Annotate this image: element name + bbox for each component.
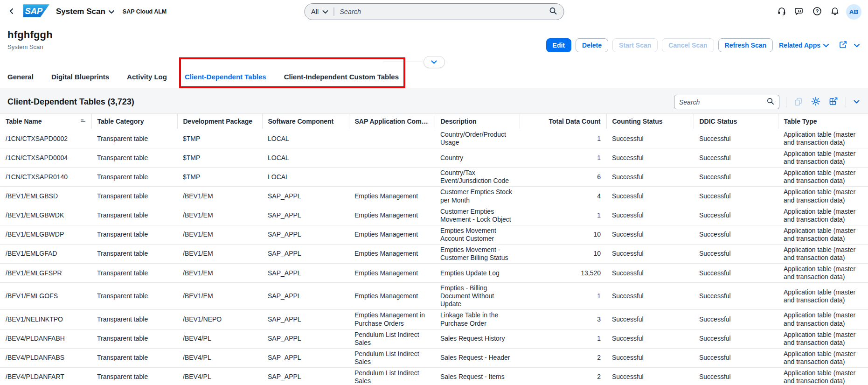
cell-description: Linkage Table in the Purchase Order [435, 310, 520, 329]
col-table-category[interactable]: Table Category [91, 114, 177, 129]
cell-sap-application-component: Pendulum List Indirect Sales [349, 348, 435, 367]
table-row[interactable]: /BEV1/EMLGFSPR Transparent table /BEV1/E… [0, 264, 868, 283]
search-scope-divider [333, 7, 334, 16]
table-search-input[interactable]: Search [674, 95, 779, 109]
cell-sap-application-component: Pendulum List Indirect Sales [349, 329, 435, 348]
cell-counting-status: Successful [606, 129, 694, 148]
cell-counting-status: Successful [606, 225, 694, 244]
shell-search[interactable]: All Search [304, 3, 564, 20]
table-row[interactable]: /BEV4/PLDANFABS Transparent table /BEV4/… [0, 348, 868, 367]
cell-table-category: Transparent table [91, 225, 177, 244]
share-button[interactable] [837, 38, 849, 52]
delete-button[interactable]: Delete [576, 38, 608, 52]
cell-table-category: Transparent table [91, 187, 177, 206]
cell-software-component: SAP_APPL [262, 283, 349, 310]
cancel-scan-button[interactable]: Cancel Scan [662, 38, 714, 52]
col-software-component[interactable]: Software Component [262, 114, 349, 129]
table-row[interactable]: /BEV1/EMLGBSD Transparent table /BEV1/EM… [0, 187, 868, 206]
tab-client-dependent-tables[interactable]: Client-Dependent Tables [185, 65, 266, 88]
cell-table-type: Application table (master and transactio… [778, 187, 868, 206]
tab-activity-log[interactable]: Activity Log [127, 65, 167, 88]
table-row[interactable]: /BEV1/NELINKTPO Transparent table /BEV1/… [0, 310, 868, 329]
cell-table-type: Application table (master and transactio… [778, 348, 868, 367]
search-icon[interactable] [549, 7, 557, 17]
cell-software-component: SAP_APPL [262, 348, 349, 367]
copy-button[interactable] [793, 96, 804, 108]
tab-client-independent-custom-tables[interactable]: Client-Independent Custom Tables [284, 65, 399, 88]
avatar[interactable]: AB [846, 4, 861, 20]
col-development-package[interactable]: Development Package [177, 114, 262, 129]
refresh-scan-button[interactable]: Refresh Scan [718, 38, 773, 52]
cell-description: Empties Movement Account Customer [435, 225, 520, 244]
share-export-icon [839, 40, 847, 50]
chat-feedback-icon [795, 7, 804, 17]
cell-total-data-count: 1 [520, 148, 606, 168]
cell-counting-status: Successful [606, 168, 694, 187]
cell-table-category: Transparent table [91, 367, 177, 385]
collapse-header-button[interactable] [424, 56, 445, 68]
col-total-data-count[interactable]: Total Data Count [520, 114, 606, 129]
table-row[interactable]: /BEV1/EMLGOFS Transparent table /BEV1/EM… [0, 283, 868, 310]
table-row[interactable]: /1CN/CTXSAPD0004 Transparent table $TMP … [0, 148, 868, 168]
col-sap-application-component[interactable]: SAP Application Compon... [349, 114, 435, 129]
start-scan-button[interactable]: Start Scan [612, 38, 658, 52]
col-table-type[interactable]: Table Type [778, 114, 868, 129]
cell-description: Empties Update Log [435, 264, 520, 283]
cell-ddic-status: Successful [694, 367, 778, 385]
cell-ddic-status: Successful [694, 310, 778, 329]
export-button[interactable] [828, 96, 839, 108]
notifications-button[interactable] [828, 5, 841, 19]
header-divider-line [383, 62, 423, 62]
cell-total-data-count: 3 [520, 310, 606, 329]
cell-table-category: Transparent table [91, 206, 177, 225]
cell-description: Sales Request History [435, 329, 520, 348]
cell-development-package: /BEV4/PL [177, 329, 262, 348]
edit-button[interactable]: Edit [546, 38, 571, 52]
table-row[interactable]: /1CN/CTXSAPR0140 Transparent table $TMP … [0, 168, 868, 187]
related-apps-button[interactable]: Related Apps [777, 38, 831, 52]
col-ddic-status[interactable]: DDIC Status [694, 114, 778, 129]
tab-digital-blueprints[interactable]: Digital Blueprints [51, 65, 109, 88]
app-title-menu[interactable]: System Scan [56, 7, 114, 16]
table-search-placeholder: Search [679, 98, 763, 106]
table-row[interactable]: /BEV4/PLDANFART Transparent table /BEV4/… [0, 367, 868, 385]
cell-development-package: $TMP [177, 148, 262, 168]
table-row[interactable]: /BEV1/EMLGBWDK Transparent table /BEV1/E… [0, 206, 868, 225]
table-row[interactable]: /BEV1/EMLGBWDP Transparent table /BEV1/E… [0, 225, 868, 244]
cell-table-name: /BEV4/PLDANFART [0, 367, 91, 385]
cell-counting-status: Successful [606, 348, 694, 367]
cell-table-category: Transparent table [91, 244, 177, 263]
col-description[interactable]: Description [435, 114, 520, 129]
back-button[interactable] [7, 6, 17, 18]
table-row[interactable]: /1CN/CTXSAPD0002 Transparent table $TMP … [0, 129, 868, 148]
cell-software-component: LOCAL [262, 148, 349, 168]
cell-table-name: /1CN/CTXSAPD0002 [0, 129, 91, 148]
feedback-button[interactable] [793, 5, 806, 19]
cell-counting-status: Successful [606, 283, 694, 310]
cell-description: Customer Empties Stock per Month [435, 187, 520, 206]
col-table-name[interactable]: Table Name [0, 114, 91, 129]
help-button[interactable]: ? [811, 5, 824, 19]
cell-total-data-count: 1 [520, 129, 606, 148]
cell-table-category: Transparent table [91, 168, 177, 187]
chevron-down-icon [854, 98, 860, 105]
settings-button[interactable] [810, 96, 821, 108]
tab-general[interactable]: General [7, 65, 34, 88]
table-row[interactable]: /BEV4/PLDANFABH Transparent table /BEV4/… [0, 329, 868, 348]
cell-total-data-count: 6 [520, 168, 606, 187]
chevron-down-icon [431, 59, 437, 66]
sap-logo[interactable]: SAP [23, 4, 49, 19]
support-button[interactable] [775, 5, 788, 19]
cell-counting-status: Successful [606, 329, 694, 348]
cell-counting-status: Successful [606, 206, 694, 225]
search-scope-value: All [311, 8, 319, 15]
search-icon[interactable] [767, 98, 774, 107]
gear-icon [811, 97, 820, 107]
table-row[interactable]: /BEV1/EMLGFAD Transparent table /BEV1/EM… [0, 244, 868, 263]
share-menu-button[interactable] [852, 40, 861, 51]
cell-sap-application-component [349, 129, 435, 148]
bell-icon [830, 7, 840, 17]
chevron-down-icon[interactable] [322, 7, 328, 16]
table-menu-button[interactable] [853, 98, 861, 106]
col-counting-status[interactable]: Counting Status [606, 114, 694, 129]
